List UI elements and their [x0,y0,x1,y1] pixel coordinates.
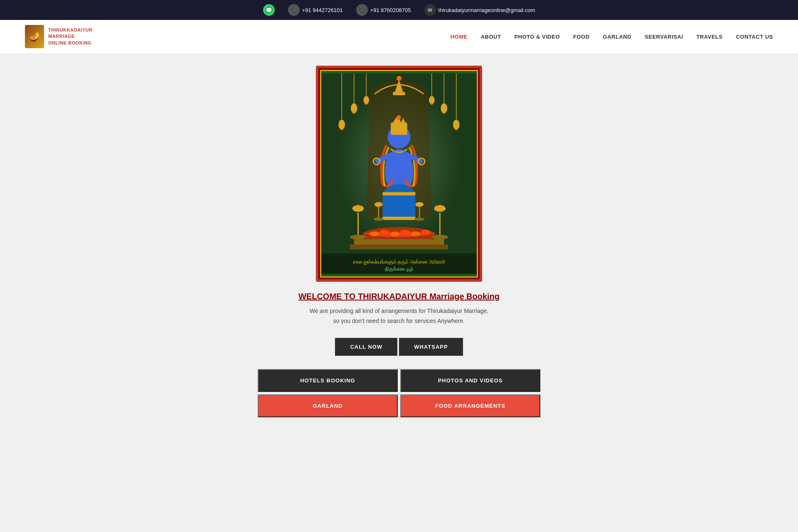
svg-text:சகல ஐஸ்வர்யங்களும் தரும் அன்னை: சகல ஐஸ்வர்யங்களும் தரும் அன்னை அபிராமி [353,259,445,265]
svg-point-48 [356,205,360,208]
phone-number-2: +91 8760208705 [370,7,411,13]
services-grid: HOTELS BOOKING PHOTOS AND VIDEOS GARLAND… [258,369,540,417]
svg-point-29 [397,115,401,119]
svg-rect-25 [391,123,407,135]
temple-image-wrapper: சகல ஐஸ்வர்யங்களும் தரும் அன்னை அபிராமி த… [316,66,482,282]
svg-point-42 [400,230,410,235]
nav-seervarisai[interactable]: SEERVARISAI [645,34,683,40]
email-address: thirukadaiyurmarriageonline@gmail.com [438,7,535,13]
svg-point-55 [374,217,384,221]
svg-point-51 [432,235,448,240]
temple-image: சகல ஐஸ்வர்யங்களும் தரும் அன்னை அபிராமி த… [320,70,478,278]
whatsapp-contact[interactable]: 💬 [263,4,275,16]
svg-point-21 [397,76,401,81]
hotels-booking-card[interactable]: HOTELS BOOKING [258,369,398,392]
nav-travels[interactable]: TRAVELS [697,34,723,40]
svg-point-7 [340,128,343,130]
photos-videos-card[interactable]: PHOTOS AND VIDEOS [400,369,540,392]
top-bar: 💬 📞 +91 9442726101 📞 +91 8760208705 ✉ th… [0,0,798,20]
nav-contact-us[interactable]: CONTACT US [736,34,773,40]
main-content: சகல ஐஸ்வர்யங்களும் தரும் அன்னை அபிராமி த… [0,53,798,434]
temple-svg: சகல ஐஸ்வர்யங்களும் தரும் அன்னை அபிராமி த… [321,71,477,276]
svg-point-4 [352,111,356,113]
svg-point-19 [430,102,433,105]
svg-rect-60 [350,244,448,249]
nav-home[interactable]: HOME [451,34,468,40]
email-icon: ✉ [424,4,436,16]
nav-food[interactable]: FOOD [573,34,590,40]
svg-rect-35 [383,194,416,219]
svg-rect-36 [383,192,416,195]
logo-icon: 🪔 [25,25,44,48]
svg-text:திருக்கடையூர்: திருக்கடையூர் [385,266,413,272]
svg-point-52 [438,205,442,208]
welcome-title: WELCOME TO THIRUKADAIYUR Marriage Bookin… [298,292,500,301]
nav-garland[interactable]: GARLAND [603,34,632,40]
phone-number-1: +91 9442726101 [302,7,343,13]
call-now-button[interactable]: CALL NOW [335,338,397,356]
welcome-description: We are providing all kind of arrangement… [310,306,489,326]
phone-icon-1: 📞 [288,4,300,16]
nav-links: HOME ABOUT PHOTO & VIDEO FOOD GARLAND SE… [451,34,773,40]
svg-point-10 [365,102,368,105]
svg-point-53 [374,202,383,207]
svg-point-43 [411,232,421,236]
garland-card[interactable]: GARLAND [258,394,398,417]
phone-icon-2: 📞 [356,4,368,16]
nav-photo-video[interactable]: PHOTO & VIDEO [514,34,560,40]
whatsapp-icon: 💬 [263,4,275,16]
logo-area: 🪔 THIRUKKADAIYUR MARRIAGE ONLINE BOOKING [25,25,108,48]
svg-point-56 [415,202,424,207]
whatsapp-button[interactable]: WHATSAPP [399,338,463,356]
svg-point-40 [380,230,390,235]
phone-contact-1[interactable]: 📞 +91 9442726101 [288,4,343,16]
svg-rect-37 [383,217,416,220]
svg-point-58 [414,217,424,221]
logo-text: THIRUKKADAIYUR MARRIAGE ONLINE BOOKING [48,27,93,46]
svg-point-41 [390,232,400,236]
svg-point-16 [455,128,458,130]
phone-contact-2[interactable]: 📞 +91 8760208705 [356,4,411,16]
svg-rect-22 [393,92,405,95]
svg-point-47 [350,235,366,240]
svg-point-13 [442,111,446,113]
navbar: 🪔 THIRUKKADAIYUR MARRIAGE ONLINE BOOKING… [0,20,798,53]
food-arrangements-card[interactable]: FOOD ARRANGEMENTS [400,394,540,417]
email-contact[interactable]: ✉ thirukadaiyurmarriageonline@gmail.com [424,4,535,16]
svg-point-44 [421,230,431,235]
svg-point-39 [369,232,379,236]
nav-about[interactable]: ABOUT [481,34,501,40]
cta-buttons: CALL NOW WHATSAPP [335,338,463,356]
